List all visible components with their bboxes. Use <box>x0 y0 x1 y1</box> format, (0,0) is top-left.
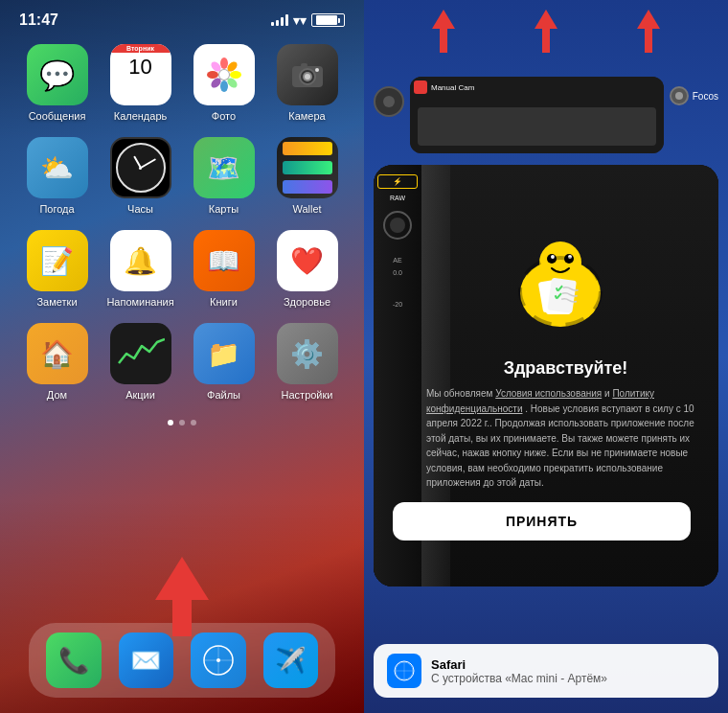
main-app-card: ⚡ RAW AE 0.0 -20 <box>374 165 718 586</box>
settings-icon: ⚙️ <box>277 323 338 384</box>
battery-icon <box>311 13 345 27</box>
welcome-body-text: Мы обновляем Условия использования и Пол… <box>426 386 705 491</box>
switcher-manualcam-label: Manual Cam <box>431 83 474 92</box>
right-panel: Manual Cam Focos ⚡ RAW AE 0 <box>364 0 728 713</box>
notification-message: С устройства «Mac mini - Артём» <box>431 672 705 685</box>
app-calendar[interactable]: Вторник 10 Календарь <box>106 44 174 122</box>
svg-point-3 <box>230 71 241 79</box>
notes-icon: 📝 <box>27 230 88 291</box>
switcher-focos-label: Focos <box>693 91 718 102</box>
switcher-arrows <box>364 10 728 53</box>
wallet-label: Wallet <box>292 203 321 215</box>
safari-notification[interactable]: Safari С устройства «Mac mini - Артём» <box>374 644 718 698</box>
home-icon: 🏠 <box>27 323 88 384</box>
calendar-label: Календарь <box>114 110 168 122</box>
home-label: Дом <box>47 389 67 401</box>
app-maps[interactable]: 🗺️ Карты <box>190 137 258 215</box>
svg-point-9 <box>219 70 229 80</box>
reminders-icon: 🔔 <box>110 230 171 291</box>
app-files[interactable]: 📁 Файлы <box>190 323 258 401</box>
switcher-card-manualcam[interactable]: Manual Cam <box>410 77 664 153</box>
app-health[interactable]: ❤️ Здоровье <box>273 230 341 308</box>
calendar-day-number: 10 <box>128 53 151 78</box>
reminders-label: Напоминания <box>106 296 173 308</box>
app-home[interactable]: 🏠 Дом <box>23 323 91 401</box>
camera-icon <box>277 44 338 105</box>
mascot-svg <box>498 226 623 351</box>
status-time: 11:47 <box>19 12 58 29</box>
camera-label: Камера <box>288 110 325 122</box>
app-grid: 💬 Сообщения Вторник 10 Календарь <box>0 33 364 412</box>
left-panel: 11:47 ▾▾ 💬 Сообщения Вторни <box>0 0 364 713</box>
arrow-right <box>637 10 660 53</box>
maps-label: Карты <box>209 203 239 215</box>
stocks-label: Акции <box>125 389 155 401</box>
status-bar: 11:47 ▾▾ <box>0 0 364 33</box>
notification-content: Safari С устройства «Mac mini - Артём» <box>431 657 705 685</box>
signal-icon <box>271 14 288 26</box>
svg-point-7 <box>207 71 218 79</box>
weather-label: Погода <box>39 203 74 215</box>
app-messages[interactable]: 💬 Сообщения <box>23 44 91 122</box>
svg-point-1 <box>220 58 228 69</box>
weather-icon: ⛅ <box>27 137 88 198</box>
welcome-dialog: Здравствуйте! Мы обновляем Условия испол… <box>374 351 718 544</box>
mascot-container <box>469 207 623 351</box>
files-label: Файлы <box>207 389 240 401</box>
calendar-icon: Вторник 10 <box>110 44 171 105</box>
dock-phone[interactable]: 📞 <box>46 632 102 688</box>
app-stocks[interactable]: Акции <box>106 323 174 401</box>
messages-icon: 💬 <box>27 44 88 105</box>
photos-svg <box>203 54 245 96</box>
dock-mail[interactable]: ✉️ <box>119 632 174 688</box>
messages-label: Сообщения <box>29 110 86 122</box>
status-icons: ▾▾ <box>271 13 345 28</box>
focos-icon <box>670 86 689 105</box>
app-notes[interactable]: 📝 Заметки <box>23 230 91 308</box>
camera-circle-btn[interactable] <box>374 86 404 117</box>
welcome-title: Здравствуйте! <box>426 358 705 379</box>
svg-point-15 <box>315 68 319 72</box>
notification-app-name: Safari <box>431 657 705 672</box>
books-label: Книги <box>210 296 238 308</box>
photos-icon <box>193 44 255 105</box>
files-icon: 📁 <box>193 323 255 384</box>
app-clock[interactable]: Часы <box>106 137 174 215</box>
notes-label: Заметки <box>36 296 77 308</box>
svg-point-13 <box>305 74 310 80</box>
settings-label: Настройки <box>282 389 333 401</box>
app-photos[interactable]: Фото <box>190 44 258 122</box>
app-reminders[interactable]: 🔔 Напоминания <box>106 230 174 308</box>
maps-icon: 🗺️ <box>193 137 255 198</box>
books-icon: 📖 <box>193 230 255 291</box>
arrow-center <box>535 10 557 53</box>
svg-point-5 <box>220 80 228 92</box>
photos-label: Фото <box>212 110 236 122</box>
clock-label: Часы <box>127 203 153 215</box>
safari-notif-icon <box>387 654 421 688</box>
svg-rect-14 <box>301 63 307 67</box>
calendar-day-name: Вторник <box>110 44 171 53</box>
app-wallet[interactable]: Wallet <box>273 137 341 215</box>
app-camera[interactable]: Камера <box>273 44 341 122</box>
accept-button[interactable]: ПРИНЯТЬ <box>393 502 691 540</box>
page-indicator <box>0 420 364 426</box>
dock-telegram[interactable]: ✈️ <box>263 632 319 688</box>
app-books[interactable]: 📖 Книги <box>190 230 258 308</box>
app-settings[interactable]: ⚙️ Настройки <box>273 323 341 401</box>
wallet-icon <box>277 137 338 198</box>
svg-point-21 <box>216 658 220 662</box>
app-weather[interactable]: ⛅ Погода <box>23 137 91 215</box>
swipe-up-arrow <box>155 557 209 636</box>
dock-safari[interactable] <box>191 632 246 688</box>
wifi-icon: ▾▾ <box>293 13 307 28</box>
health-icon: ❤️ <box>277 230 338 291</box>
health-label: Здоровье <box>284 296 330 308</box>
arrow-left <box>432 10 455 53</box>
svg-point-23 <box>539 242 581 284</box>
clock-icon <box>110 137 171 198</box>
stocks-icon <box>110 323 171 384</box>
